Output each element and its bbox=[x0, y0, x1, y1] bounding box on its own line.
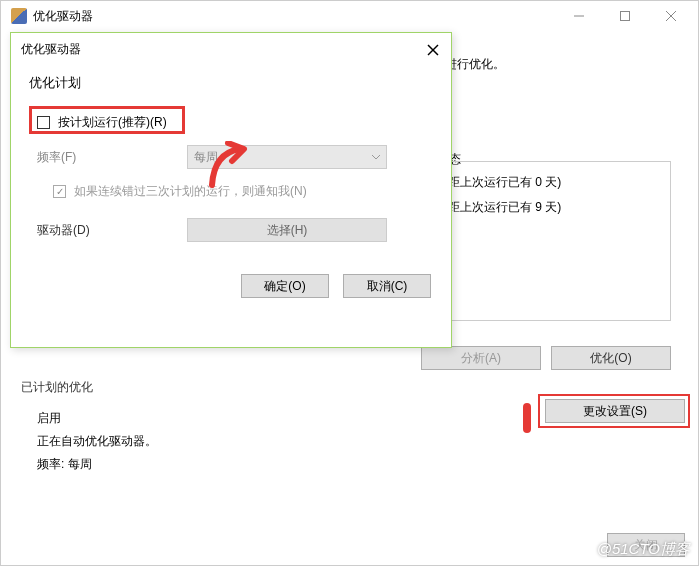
frequency-row: 频率(F) 每周 bbox=[37, 145, 431, 169]
select-drives-button[interactable]: 选择(H) bbox=[187, 218, 387, 242]
chevron-down-icon bbox=[372, 153, 380, 161]
window-controls bbox=[556, 1, 694, 31]
dialog-close-button[interactable] bbox=[425, 42, 441, 58]
app-icon bbox=[11, 8, 27, 24]
window-title: 优化驱动器 bbox=[33, 8, 556, 25]
close-window-button[interactable] bbox=[648, 1, 694, 31]
titlebar: 优化驱动器 bbox=[1, 1, 698, 31]
drives-label: 驱动器(D) bbox=[37, 222, 187, 239]
drives-row: 驱动器(D) 选择(H) bbox=[37, 218, 431, 242]
optimize-button[interactable]: 优化(O) bbox=[551, 346, 671, 370]
optimization-dialog: 优化驱动器 优化计划 按计划运行(推荐)(R) 频率(F) 每周 如果连续错过三… bbox=[10, 32, 452, 348]
analyze-button[interactable]: 分析(A) bbox=[421, 346, 541, 370]
drives-status-box: 常(距上次运行已有 0 天) 常(距上次运行已有 9 天) bbox=[421, 161, 671, 321]
dialog-buttons: 确定(O) 取消(C) bbox=[11, 264, 451, 298]
auto-optimize-text: 正在自动优化驱动器。 bbox=[37, 433, 678, 450]
action-buttons: 分析(A) 优化(O) bbox=[421, 346, 671, 370]
notify-label: 如果连续错过三次计划的运行，则通知我(N) bbox=[74, 183, 307, 200]
maximize-button[interactable] bbox=[602, 1, 648, 31]
schedule-checkbox-row: 按计划运行(推荐)(R) bbox=[37, 114, 431, 131]
cancel-button[interactable]: 取消(C) bbox=[343, 274, 431, 298]
dialog-body: 优化计划 按计划运行(推荐)(R) 频率(F) 每周 如果连续错过三次计划的运行… bbox=[11, 66, 451, 264]
status-row: 常(距上次运行已有 0 天) bbox=[422, 170, 670, 195]
ok-button[interactable]: 确定(O) bbox=[241, 274, 329, 298]
plan-title: 优化计划 bbox=[29, 74, 431, 92]
schedule-checkbox[interactable] bbox=[37, 116, 50, 129]
frequency-dropdown[interactable]: 每周 bbox=[187, 145, 387, 169]
notify-row: 如果连续错过三次计划的运行，则通知我(N) bbox=[53, 183, 431, 200]
svg-rect-1 bbox=[621, 12, 630, 21]
schedule-checkbox-label: 按计划运行(推荐)(R) bbox=[58, 114, 167, 131]
dialog-header: 优化驱动器 bbox=[11, 33, 451, 66]
dialog-title: 优化驱动器 bbox=[21, 41, 81, 58]
notify-checkbox bbox=[53, 185, 66, 198]
close-icon bbox=[427, 44, 439, 56]
watermark: @51CTO博客 bbox=[597, 540, 690, 559]
minimize-button[interactable] bbox=[556, 1, 602, 31]
section-title: 已计划的优化 bbox=[21, 379, 678, 396]
change-settings-button[interactable]: 更改设置(S) bbox=[545, 399, 685, 423]
scheduled-section: 已计划的优化 启用 正在自动优化驱动器。 频率: 每周 bbox=[21, 379, 678, 479]
frequency-value: 每周 bbox=[194, 149, 218, 166]
frequency-text: 频率: 每周 bbox=[37, 456, 678, 473]
frequency-label: 频率(F) bbox=[37, 149, 187, 166]
annotation-mark bbox=[523, 403, 531, 433]
status-row: 常(距上次运行已有 9 天) bbox=[422, 195, 670, 220]
